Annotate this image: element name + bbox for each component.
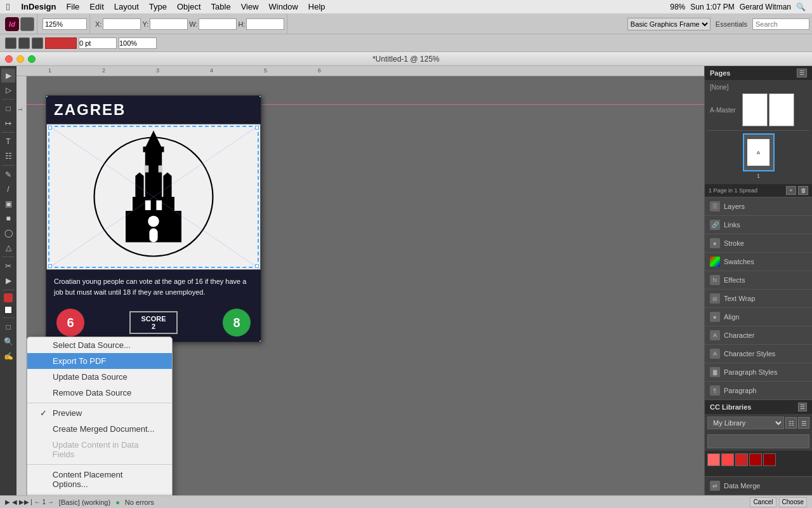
zoom-tool[interactable]: 🔍 (1, 335, 15, 349)
toolbar2-btn1[interactable] (5, 37, 16, 49)
card-image[interactable] (46, 124, 261, 270)
stroke-header[interactable]: ■ Stroke (705, 234, 812, 252)
lib-menu-btn[interactable]: ☰ (798, 403, 807, 411)
page-tool[interactable]: □ (1, 102, 15, 116)
library-select[interactable]: My Library (707, 417, 784, 429)
menubar-help[interactable]: Help (303, 0, 331, 13)
opacity-input[interactable] (119, 37, 157, 49)
charstyles-header[interactable]: A Character Styles (705, 345, 812, 363)
paragraph-header[interactable]: ¶ Paragraph (705, 382, 812, 399)
canvas[interactable]: ZAGREB (27, 76, 704, 495)
maximize-button[interactable] (28, 55, 36, 63)
pages-delete-btn[interactable]: 🗑 (798, 186, 808, 195)
swatch-1[interactable] (707, 453, 720, 466)
frame-type-select[interactable]: Basic Graphics Frame (627, 18, 710, 30)
master-thumb-left[interactable] (742, 93, 768, 126)
charstyles-panel[interactable]: A Character Styles (705, 345, 812, 363)
layers-panel[interactable]: ☰ Layers (705, 197, 812, 216)
menu-export-pdf[interactable]: Export To PDF (27, 353, 172, 369)
menubar-layout[interactable]: Layout (109, 0, 144, 13)
y-input[interactable]: 2.32 in (150, 18, 188, 30)
menubar-view[interactable]: View (236, 0, 264, 13)
toolbar2-btn3[interactable] (32, 37, 43, 49)
transform-tool[interactable]: ▶ (1, 274, 15, 288)
page-1-thumb[interactable]: A (743, 133, 775, 171)
menu-select-data-source[interactable]: Select Data Source... (27, 337, 172, 353)
line-tool[interactable]: / (1, 182, 15, 196)
close-button[interactable] (5, 55, 13, 63)
minimize-button[interactable] (16, 55, 24, 63)
swatch-4[interactable] (749, 453, 762, 466)
scissors-tool[interactable]: ✂ (1, 259, 15, 273)
img-handle-tl[interactable] (48, 126, 52, 130)
direct-select-tool[interactable]: ▷ (1, 83, 15, 97)
swatch-2[interactable] (721, 453, 734, 466)
character-panel[interactable]: A Character (705, 326, 812, 345)
polygon-tool[interactable]: △ (1, 241, 15, 255)
toolbar2-btn2[interactable] (18, 37, 30, 49)
menu-remove-data-source[interactable]: Remove Data Source (27, 385, 172, 401)
menubar-file[interactable]: File (61, 0, 84, 13)
links-panel[interactable]: 🔗 Links (705, 216, 812, 234)
select-tool[interactable]: ▶ (1, 69, 15, 83)
menubar-type[interactable]: Type (144, 0, 172, 13)
w-input[interactable] (199, 18, 237, 30)
menubar-edit[interactable]: Edit (84, 0, 108, 13)
effects-panel[interactable]: fx Effects (705, 271, 812, 290)
data-merge-panel[interactable]: ⇄ Data Merge (705, 476, 812, 495)
hand-tool[interactable]: ✍ (1, 349, 15, 363)
stroke-panel[interactable]: ■ Stroke (705, 234, 812, 253)
menubar-window[interactable]: Window (264, 0, 303, 13)
parastyles-header[interactable]: ▇ Paragraph Styles (705, 363, 812, 381)
lib-search-input[interactable]: door (707, 434, 809, 448)
menubar-indesign[interactable]: InDesign (16, 0, 61, 13)
layers-header[interactable]: ☰ Layers (705, 197, 812, 215)
effects-header[interactable]: fx Effects (705, 271, 812, 289)
menu-preview[interactable]: ✓ Preview (27, 405, 172, 421)
master-thumb-right[interactable] (769, 93, 794, 126)
parastyles-panel[interactable]: ▇ Paragraph Styles (705, 363, 812, 382)
textwrap-panel[interactable]: ▤ Text Wrap (705, 290, 812, 308)
text-tool[interactable]: T (1, 135, 15, 149)
img-handle-bl[interactable] (48, 264, 52, 268)
status-choose-btn[interactable]: Choose (779, 497, 807, 507)
swatches-header[interactable]: Swatches (705, 253, 812, 271)
paragraph-panel[interactable]: ¶ Paragraph (705, 382, 812, 400)
menu-create-merged[interactable]: Create Merged Document... (27, 421, 172, 437)
links-header[interactable]: 🔗 Links (705, 216, 812, 234)
swatch-3[interactable] (735, 453, 748, 466)
search-input[interactable] (752, 18, 809, 30)
pencil-tool[interactable]: ✎ (1, 168, 15, 182)
zoom-input[interactable] (43, 18, 87, 30)
pages-menu-btn[interactable]: ☰ (797, 69, 807, 77)
rect-frame-tool[interactable]: ▣ (1, 197, 15, 211)
menubar-table[interactable]: Table (206, 0, 236, 13)
table-tool[interactable]: ☷ (1, 149, 15, 163)
align-header[interactable]: ■ Align (705, 308, 812, 326)
character-header[interactable]: A Character (705, 326, 812, 344)
preview-mode[interactable]: □ (1, 320, 15, 334)
pages-new-btn[interactable]: + (786, 186, 796, 195)
menubar-object[interactable]: Object (172, 0, 206, 13)
apple-menu[interactable]:  (0, 1, 16, 12)
swatch-5[interactable] (763, 453, 776, 466)
color-stroke[interactable] (4, 305, 13, 314)
toolbar-mode-icon[interactable] (20, 17, 34, 31)
menubar-search-icon[interactable]: 🔍 (796, 3, 806, 11)
x-input[interactable]: 3.49 in (103, 18, 141, 30)
ellipse-tool[interactable]: ◯ (1, 226, 15, 240)
gap-tool[interactable]: ↦ (1, 116, 15, 130)
img-handle-br[interactable] (255, 264, 259, 268)
textwrap-header[interactable]: ▤ Text Wrap (705, 290, 812, 307)
lib-grid-btn[interactable]: ☷ (785, 417, 797, 429)
stroke-weight[interactable] (79, 37, 117, 49)
stroke-color[interactable] (45, 37, 77, 49)
menu-content-placement[interactable]: Content Placement Options... (27, 467, 172, 492)
swatches-panel[interactable]: Swatches (705, 253, 812, 271)
img-handle-tr[interactable] (255, 126, 259, 130)
color-fill[interactable] (4, 293, 13, 302)
menu-update-data-source[interactable]: Update Data Source (27, 369, 172, 385)
status-cancel-btn[interactable]: Cancel (750, 497, 776, 507)
h-input[interactable] (246, 18, 284, 30)
align-panel[interactable]: ■ Align (705, 308, 812, 326)
